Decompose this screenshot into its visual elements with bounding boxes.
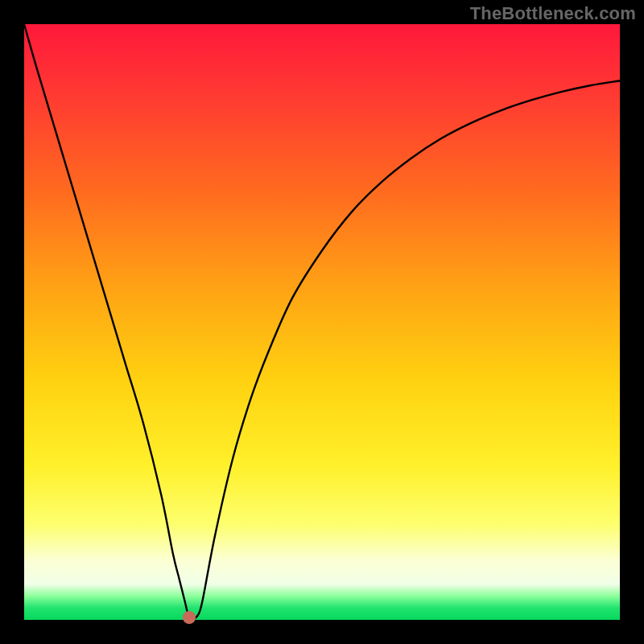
vertex-marker — [183, 611, 196, 624]
plot-area — [24, 24, 620, 620]
chart-frame: TheBottleneck.com — [0, 0, 644, 644]
curve-svg — [24, 24, 620, 620]
watermark-text: TheBottleneck.com — [470, 3, 636, 24]
bottleneck-curve-path — [24, 24, 620, 620]
